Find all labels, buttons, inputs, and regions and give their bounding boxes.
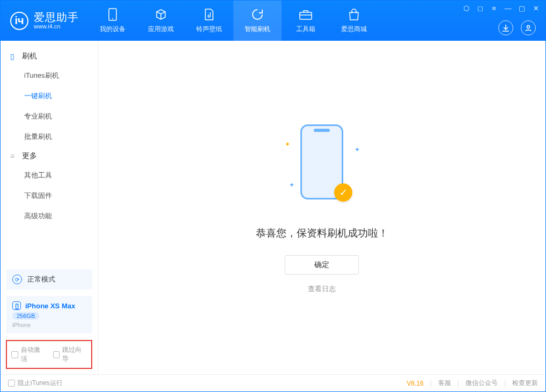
sparkle-icon: ✦ <box>285 140 290 148</box>
logo-icon: iч <box>10 12 28 30</box>
user-button[interactable] <box>521 20 536 35</box>
tab-toolbox[interactable]: 工具箱 <box>282 1 330 41</box>
refresh-icon <box>250 8 264 21</box>
sidebar-item-batch-flash[interactable]: 批量刷机 <box>1 127 98 147</box>
music-file-icon <box>202 8 216 21</box>
list-icon: ≡ <box>10 152 18 160</box>
maximize-button[interactable]: ▢ <box>518 4 526 12</box>
svg-rect-2 <box>300 12 312 19</box>
body: ▯ 刷机 iTunes刷机 一键刷机 专业刷机 批量刷机 ≡ 更多 其他工具 下… <box>1 41 545 374</box>
success-message: 恭喜您，保资料刷机成功啦！ <box>256 226 388 240</box>
checkbox-icon <box>11 351 18 358</box>
flash-options-highlight: 自动激活 跳过向导 <box>6 340 92 369</box>
sidebar-section-more: ≡ 更多 <box>1 147 98 165</box>
status-bar: 阻止iTunes运行 V8.16 | 客服 | 微信公众号 | 检查更新 <box>1 374 545 391</box>
checkbox-icon <box>53 351 60 358</box>
lock-icon[interactable]: ◻ <box>476 4 484 12</box>
close-button[interactable]: ✕ <box>532 4 540 12</box>
cube-icon <box>154 8 168 21</box>
mode-indicator[interactable]: ⟳ 正常模式 <box>6 269 92 290</box>
toolbox-icon <box>299 8 313 21</box>
device-type: iPhone <box>12 322 31 328</box>
sidebar-item-itunes-flash[interactable]: iTunes刷机 <box>1 65 98 86</box>
tab-ringtone[interactable]: 铃声壁纸 <box>185 1 233 41</box>
sidebar-item-download-firmware[interactable]: 下载固件 <box>1 186 98 206</box>
shirt-icon[interactable]: ⬡ <box>462 4 470 12</box>
sidebar-item-other-tools[interactable]: 其他工具 <box>1 165 98 186</box>
svg-point-1 <box>112 18 113 19</box>
phone-icon <box>106 8 120 21</box>
storage-badge: 256GB <box>12 312 39 320</box>
sidebar-item-advanced[interactable]: 高级功能 <box>1 206 98 226</box>
app-url: www.i4.cn <box>34 23 79 29</box>
tab-apps[interactable]: 应用游戏 <box>137 1 185 41</box>
bag-icon <box>347 8 361 21</box>
sidebar-item-oneclick-flash[interactable]: 一键刷机 <box>1 86 98 106</box>
svg-point-3 <box>527 26 530 28</box>
phone-small-icon: ▯ <box>10 52 18 61</box>
sidebar-item-pro-flash[interactable]: 专业刷机 <box>1 106 98 127</box>
success-illustration: ✦ ✦ ✦ ✓ <box>282 121 362 212</box>
mode-icon: ⟳ <box>12 275 22 284</box>
app-window: iч 爱思助手 www.i4.cn 我的设备 应用游戏 铃声壁纸 智能刷机 <box>0 0 546 392</box>
checkbox-auto-activate[interactable]: 自动激活 <box>11 345 46 364</box>
checkbox-icon <box>8 380 15 387</box>
sidebar-section-flash: ▯ 刷机 <box>1 47 98 65</box>
mode-label: 正常模式 <box>27 275 55 284</box>
check-update-link[interactable]: 检查更新 <box>512 379 538 388</box>
check-badge-icon: ✓ <box>334 183 352 202</box>
sidebar: ▯ 刷机 iTunes刷机 一键刷机 专业刷机 批量刷机 ≡ 更多 其他工具 下… <box>1 41 98 374</box>
header-actions <box>498 20 536 35</box>
device-card[interactable]: ▯ iPhone XS Max 256GB iPhone <box>6 296 92 334</box>
download-button[interactable] <box>498 20 513 35</box>
titlebar: iч 爱思助手 www.i4.cn 我的设备 应用游戏 铃声壁纸 智能刷机 <box>1 1 545 41</box>
ok-button[interactable]: 确定 <box>285 255 359 275</box>
version-label: V8.16 <box>407 380 423 387</box>
device-name: iPhone XS Max <box>25 302 75 310</box>
main-content: ✦ ✦ ✦ ✓ 恭喜您，保资料刷机成功啦！ 确定 查看日志 <box>98 41 545 374</box>
tab-flash[interactable]: 智能刷机 <box>233 1 282 41</box>
checkbox-skip-guide[interactable]: 跳过向导 <box>53 345 87 364</box>
wechat-link[interactable]: 微信公众号 <box>466 379 498 388</box>
sparkle-icon: ✦ <box>289 181 294 189</box>
menu-icon[interactable]: ≡ <box>490 4 498 12</box>
app-name: 爱思助手 <box>34 11 79 23</box>
nav-tabs: 我的设备 应用游戏 铃声壁纸 智能刷机 工具箱 爱思商城 <box>88 1 378 41</box>
support-link[interactable]: 客服 <box>438 379 451 388</box>
sparkle-icon: ✦ <box>355 146 360 153</box>
tab-my-device[interactable]: 我的设备 <box>88 1 137 41</box>
logo[interactable]: iч 爱思助手 www.i4.cn <box>1 1 88 41</box>
view-log-link[interactable]: 查看日志 <box>308 284 336 294</box>
window-controls: ⬡ ◻ ≡ — ▢ ✕ <box>462 4 540 12</box>
checkbox-block-itunes[interactable]: 阻止iTunes运行 <box>8 379 63 388</box>
device-icon: ▯ <box>12 301 21 310</box>
tab-store[interactable]: 爱思商城 <box>330 1 378 41</box>
minimize-button[interactable]: — <box>504 4 512 12</box>
